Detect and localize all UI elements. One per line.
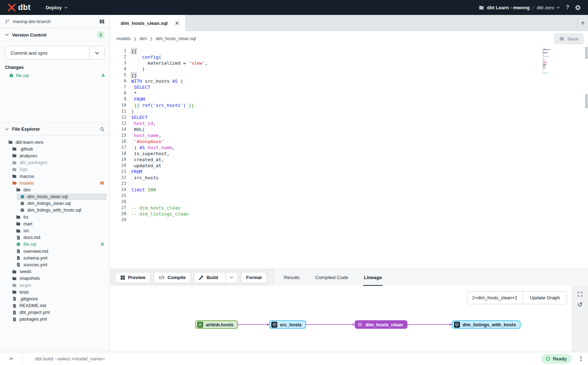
- scrollbar-handle[interactable]: [585, 47, 588, 59]
- commit-and-sync-label[interactable]: Commit and sync: [5, 47, 89, 59]
- lineage-selector-input[interactable]: 2+dim_hosts_clean+2: [467, 292, 523, 304]
- lineage-node-dim-listings-with-hosts[interactable]: dim_listings_with_hosts: [452, 320, 521, 329]
- panel-tab-compiled-code[interactable]: Compiled Code: [315, 269, 349, 286]
- tree-item-dbt-packages[interactable]: dbt_packages: [0, 159, 110, 166]
- fullscreen-icon[interactable]: [577, 292, 583, 297]
- tree-item-dbt-project-yml[interactable]: dbt_project.yml: [0, 309, 110, 316]
- command-input[interactable]: dbt build --select <model_name>: [35, 356, 105, 361]
- code-line: -- dim_hosts_clean: [131, 205, 208, 211]
- tree-item-packages-yml[interactable]: packages.yml: [0, 316, 110, 323]
- save-button[interactable]: Save: [554, 33, 584, 44]
- breadcrumb: models❯dim❯dim_hosts_clean.sql: [116, 36, 196, 41]
- build-button[interactable]: Build: [194, 272, 238, 283]
- tree-item-mart[interactable]: mart: [0, 220, 110, 227]
- tree-item-analyses[interactable]: analyses: [0, 152, 110, 159]
- split-view-icon[interactable]: [99, 19, 105, 24]
- minimap-line: [543, 71, 553, 72]
- code-token: updated_at: [131, 163, 161, 168]
- folder-icon: [12, 269, 17, 274]
- code-line: FROM: [131, 169, 208, 175]
- tree-item-macros[interactable]: macros: [0, 173, 110, 180]
- tree-item-dim-hosts-clean-sql[interactable]: dim_hosts_clean.sql: [0, 194, 110, 200]
- panel-tab-lineage[interactable]: Lineage: [363, 269, 383, 286]
- changed-file-row[interactable]: file.sql A: [0, 72, 110, 80]
- tree-item-fct[interactable]: fct: [0, 214, 110, 220]
- version-control-header[interactable]: Version Control 1: [0, 28, 110, 42]
- tree-item-models[interactable]: modelsM: [0, 180, 110, 186]
- indent-guide: [132, 145, 133, 151]
- close-icon[interactable]: ✕: [175, 20, 179, 27]
- commit-options-dropdown[interactable]: [89, 47, 104, 59]
- lineage-node-airbnb-hosts[interactable]: airbnb.hosts: [195, 320, 238, 329]
- breadcrumb-item-dim-hosts-clean-sql[interactable]: dim_hosts_clean.sql: [156, 36, 196, 41]
- code-token: host_id: [134, 121, 153, 126]
- tree-item-readme-md[interactable]: README.md: [0, 303, 110, 309]
- update-graph-button[interactable]: Update Graph: [523, 292, 567, 304]
- search-icon[interactable]: [100, 127, 105, 132]
- scrollbar-handle[interactable]: [585, 94, 588, 108]
- version-control-title: Version Control: [12, 32, 46, 38]
- chevron-up-icon[interactable]: [0, 357, 22, 360]
- tree-item-seeds[interactable]: seeds: [0, 268, 110, 275]
- code-token: {{: [131, 48, 137, 54]
- tree-item-dim-listings-with-hosts-sql[interactable]: dim_listings_with_hosts.sql: [0, 207, 110, 214]
- line-number: 16: [110, 138, 126, 145]
- tree-item-gitignore[interactable]: .gitignore: [0, 295, 110, 302]
- environment-name[interactable]: dbt zero: [537, 5, 560, 10]
- line-number: 9: [110, 96, 126, 102]
- button-label: Preview: [128, 275, 145, 280]
- tree-item-dim-listings-clean-sql[interactable]: dim_listings_clean.sql: [0, 200, 110, 207]
- code-token: (: [159, 54, 161, 60]
- minimap-line: [543, 63, 553, 63]
- tree-item-overview-md[interactable]: overview.md: [0, 248, 110, 255]
- kebab-icon[interactable]: [580, 356, 582, 361]
- code-line: [131, 217, 208, 223]
- breadcrumb-item-models[interactable]: models: [116, 36, 131, 41]
- code-line: materialized = 'view',: [131, 60, 208, 66]
- format-button[interactable]: Format: [241, 272, 267, 283]
- git-status-badge: M: [100, 181, 104, 186]
- build-options-dropdown[interactable]: [226, 272, 238, 283]
- tree-item-schema-yml[interactable]: schema.yml: [0, 255, 110, 261]
- tree-item-logs[interactable]: logs: [0, 166, 110, 173]
- commit-and-sync-button[interactable]: Commit and sync: [5, 46, 105, 60]
- tree-item-target[interactable]: target: [0, 282, 110, 289]
- code-line: 'Anonymous': [131, 138, 208, 145]
- folder-icon: [12, 167, 17, 172]
- top-navigation-bar: dbt DevelopDeployDocumentation dbt Learn…: [0, 0, 588, 15]
- tree-item-tests[interactable]: tests: [0, 289, 110, 295]
- branch-row[interactable]: mwong-dev-branch: [0, 15, 110, 28]
- tree-item-label: dbt_project.yml: [20, 310, 50, 315]
- breadcrumb-item-dim[interactable]: dim: [140, 36, 147, 41]
- tab-dim-hosts-clean[interactable]: dim_hosts_clean.sql ✕: [110, 15, 185, 31]
- lineage-node-dim-hosts-clean[interactable]: dim_hosts_clean: [355, 320, 407, 329]
- lineage-node-src-hosts[interactable]: src_hosts: [269, 320, 306, 329]
- nav-item-deploy[interactable]: Deploy: [39, 0, 87, 15]
- code-editor[interactable]: 1234567891011121314151617181920212223242…: [110, 46, 588, 269]
- compile-button[interactable]: Compile: [154, 272, 191, 283]
- model-cube-icon: [16, 242, 21, 246]
- reset-icon[interactable]: ↺: [577, 302, 582, 307]
- minimap-line: [543, 60, 553, 60]
- minimap-line: [543, 74, 553, 75]
- line-number: 8: [110, 90, 126, 96]
- code-content[interactable]: {{ config( materialized = 'view', )}}WIT…: [131, 48, 208, 223]
- help-icon[interactable]: ?: [566, 4, 569, 11]
- dbt-logo[interactable]: dbt: [0, 3, 39, 12]
- tree-item-snapshots[interactable]: snapshots: [0, 275, 110, 282]
- tree-item-docs-md[interactable]: docs.md: [0, 234, 110, 241]
- tree-item-src[interactable]: src: [0, 227, 110, 234]
- project-selector[interactable]: dbt Learn - mwong / dbt zero: [479, 5, 560, 10]
- new-tab-button[interactable]: +: [577, 15, 588, 31]
- file-explorer-header[interactable]: File Explorer: [0, 122, 110, 136]
- tree-item-dim[interactable]: dim: [0, 186, 110, 193]
- code-line: [131, 193, 208, 199]
- panel-tab-results[interactable]: Results: [283, 269, 300, 286]
- tree-item-file-sql[interactable]: file.sqlA: [0, 241, 110, 248]
- tree-item-sources-yml[interactable]: sources.yml: [0, 261, 110, 268]
- gear-icon[interactable]: [575, 5, 581, 11]
- tree-item-dbt-learn-zero[interactable]: dbt-learn-zero: [0, 139, 110, 146]
- tree-item-github[interactable]: .github: [0, 146, 110, 152]
- minimap[interactable]: [543, 48, 553, 75]
- preview-button[interactable]: Preview: [115, 272, 151, 283]
